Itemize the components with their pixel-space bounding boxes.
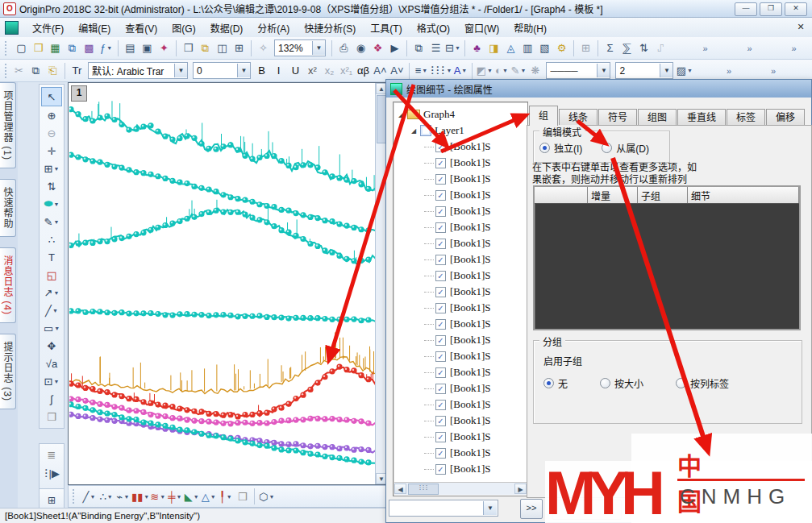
open-file-icon[interactable]: ❒ <box>180 39 197 56</box>
extract-layer-icon[interactable]: ⊟▼ <box>444 39 461 56</box>
dropdown-arrow-icon[interactable]: ▼ <box>52 308 58 313</box>
radio-icon[interactable] <box>543 378 554 388</box>
menu-analysis[interactable]: 分析(A) <box>250 19 297 36</box>
fill-color-button[interactable]: ◩▼ <box>476 62 493 79</box>
dropdown-arrow-icon[interactable]: ▼ <box>455 45 460 51</box>
superscript-button[interactable]: x² <box>304 62 321 79</box>
tree-node-book1-21[interactable]: ✓[Book1]S <box>394 461 527 477</box>
plot-checkbox[interactable]: ✓ <box>435 239 446 249</box>
dropdown-arrow-icon[interactable]: ▼ <box>210 494 216 500</box>
plot-checkbox[interactable]: ✓ <box>435 190 446 201</box>
code-builder-icon[interactable]: ▧ <box>536 39 553 56</box>
box-plot-icon[interactable]: ╪▼ <box>166 488 183 505</box>
ternary-plot-icon[interactable]: △▼ <box>200 488 217 505</box>
close-button[interactable]: ✕ <box>785 2 807 16</box>
tab-symbol[interactable]: 符号 <box>598 109 637 126</box>
multi-curve-plot-icon[interactable]: ≋▼ <box>149 488 166 505</box>
dialog-title-bar[interactable]: 绘图细节 - 绘图属性 <box>386 80 811 98</box>
sort-icon[interactable]: ⇅ <box>635 39 652 56</box>
font-color-button[interactable]: A▼ <box>452 62 468 79</box>
dropdown-arrow-icon[interactable]: ▼ <box>54 326 60 331</box>
menu-file[interactable]: 文件(F) <box>25 19 71 36</box>
underline-button[interactable]: U <box>287 62 304 79</box>
tree-node-book1-1[interactable]: ✓[Book1]S <box>394 139 527 155</box>
open-icon[interactable]: ❒ <box>30 39 47 56</box>
tree-node-book1-8[interactable]: ✓[Book1]S <box>394 251 527 268</box>
tree-node-book1-11[interactable]: ✓[Book1]S <box>394 300 527 316</box>
script-window-icon[interactable]: ▥ <box>519 39 536 56</box>
cluster-tool[interactable]: ∴ <box>42 230 61 248</box>
object-edit-tool[interactable]: ◱ <box>42 266 61 284</box>
dropdown-arrow-icon[interactable]: ▼ <box>144 494 149 500</box>
grouping-option-按列标签[interactable]: 按列标签 <box>676 376 729 390</box>
dropdown-arrow-icon[interactable]: ▼ <box>90 494 95 500</box>
print-preview-icon[interactable]: ◉ <box>352 39 369 56</box>
combo-arrow-icon[interactable]: ▼ <box>597 64 610 77</box>
menu-help[interactable]: 帮助(H) <box>506 19 554 36</box>
object-grid-icon[interactable]: ≣ <box>44 446 60 463</box>
tree-node-book1-2[interactable]: ✓[Book1]S <box>394 155 527 171</box>
spacing-button[interactable]: ᎒᎒᎒▼ <box>430 62 452 79</box>
tree-node-book1-10[interactable]: ✓[Book1]S <box>394 284 527 300</box>
dropdown-arrow-icon[interactable]: ▼ <box>502 68 508 73</box>
tree-node-book1-16[interactable]: ✓[Book1]S <box>394 380 527 396</box>
area-plot-icon[interactable]: ◣▼ <box>183 488 200 505</box>
close-document-icon[interactable]: ✕ <box>794 21 807 34</box>
dropdown-arrow-icon[interactable]: ▼ <box>269 494 274 500</box>
new-function-graph-icon[interactable]: ƒ▼ <box>98 39 115 56</box>
plot-checkbox[interactable]: ✓ <box>435 432 446 442</box>
insert-graph-tool[interactable]: ⊡▼ <box>42 372 61 390</box>
combo-arrow-icon[interactable]: ▼ <box>660 64 673 77</box>
font-size-combo[interactable]: 0▼ <box>193 62 251 79</box>
format-overflow-chevron-3[interactable]: » <box>809 62 812 79</box>
tree-node-book1-19[interactable]: ✓[Book1]S <box>394 429 527 445</box>
merge-graph-icon[interactable]: ☰ <box>427 39 444 56</box>
line-tool[interactable]: ╱▼ <box>42 301 61 319</box>
plot-tree-panel[interactable]: ◢Graph4◢Layer1✓[Book1]S✓[Book1]S✓[Book1]… <box>393 102 528 496</box>
project-explorer-icon[interactable]: ♣ <box>468 39 485 56</box>
tree-node-book1-6[interactable]: ✓[Book1]S <box>394 219 527 235</box>
dropdown-arrow-icon[interactable]: ▼ <box>687 68 693 73</box>
rectangle-tool[interactable]: ▭▼ <box>42 319 61 337</box>
tree-node-book1-7[interactable]: ✓[Book1]S <box>394 235 527 251</box>
column-plot-icon[interactable]: ▮▮▼ <box>131 488 149 505</box>
tab-message-log[interactable]: 消息日志 (4) <box>0 247 16 323</box>
template-plot-icon[interactable]: ⬡▼ <box>258 488 275 505</box>
dropdown-arrow-icon[interactable]: ▼ <box>106 45 112 51</box>
image-export-icon[interactable]: ❖ <box>369 39 386 56</box>
menu-view[interactable]: 查看(V) <box>118 19 164 36</box>
zoom-out-tool[interactable]: ⊖ <box>42 124 61 142</box>
menu-gadgets[interactable]: 快捷分析(S) <box>297 19 363 36</box>
format-overflow-chevron-1[interactable]: » <box>720 62 737 79</box>
tree-node-book1-17[interactable]: ✓[Book1]S <box>394 396 527 413</box>
line-style-combo[interactable]: ────▼ <box>546 62 610 79</box>
menu-tools[interactable]: 工具(T) <box>363 19 409 36</box>
add-column-icon[interactable]: ⊞ <box>577 39 594 56</box>
dropdown-arrow-icon[interactable]: ▼ <box>53 166 59 172</box>
mask-tool[interactable]: ⬬▼ <box>42 195 61 213</box>
dock-toolbar-icon[interactable]: ᎒|▶ <box>44 465 60 482</box>
plot-checkbox[interactable]: ✓ <box>435 351 446 362</box>
toolbar-overflow-chevron-1[interactable]: » <box>697 39 714 56</box>
new-graph-icon[interactable]: ⧉ <box>64 39 81 56</box>
minimize-button[interactable]: — <box>735 2 757 16</box>
more-options-button[interactable]: >> <box>520 499 543 519</box>
line-plot-icon[interactable]: ╱▼ <box>81 488 98 505</box>
plot-checkbox[interactable]: ✓ <box>435 384 446 394</box>
rotate-tool[interactable]: ❒ <box>42 408 61 425</box>
results-log-icon[interactable]: ◨ <box>485 39 502 56</box>
plot-checkbox[interactable]: ✓ <box>435 335 446 346</box>
plot-checkbox[interactable]: ✓ <box>435 158 446 168</box>
hatch-button[interactable]: ▨▼ <box>676 62 693 79</box>
cut-icon[interactable]: ✂ <box>10 62 27 79</box>
radio-icon[interactable] <box>602 143 612 153</box>
tab-quick-help[interactable]: 快速帮助 <box>0 179 16 237</box>
plot-checkbox[interactable]: ✓ <box>435 400 446 410</box>
menu-format[interactable]: 格式(O) <box>410 19 457 36</box>
font-combo[interactable]: 默认: Arabic Trar▼ <box>88 62 188 79</box>
tab-offset[interactable]: 偏移 <box>766 109 805 126</box>
grouping-option-无[interactable]: 无 <box>543 376 568 390</box>
tree-node-book1-13[interactable]: ✓[Book1]S <box>394 332 527 348</box>
menu-graph[interactable]: 图(G) <box>164 19 202 36</box>
radio-icon[interactable] <box>539 143 550 153</box>
